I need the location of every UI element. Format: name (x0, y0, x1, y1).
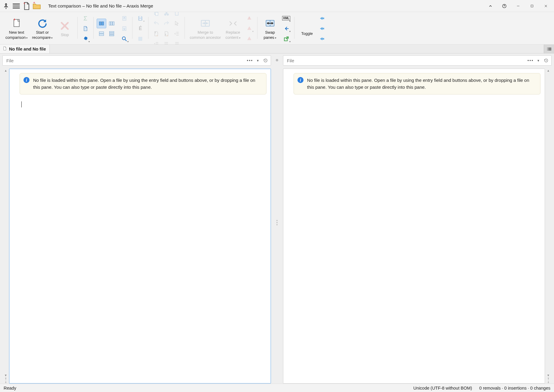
jump-bottom-icon[interactable]: ⤓ (5, 381, 7, 384)
svg-text:+: + (33, 1, 35, 5)
svg-marker-72 (320, 37, 322, 40)
file-warn-down-icon[interactable]: ↓ (162, 29, 171, 39)
e-accent-icon[interactable]: É (135, 24, 145, 33)
document-tab-label: No file and No file (9, 47, 46, 51)
left-file-header: ••• ▼ (2, 55, 271, 66)
paste-icon[interactable] (172, 12, 182, 18)
conflict-move-down-icon[interactable] (244, 34, 254, 44)
new-text-comparison-button[interactable]: + New textcomparison▾ (4, 16, 30, 41)
svg-text:+: + (14, 18, 16, 22)
minimize-button[interactable] (511, 0, 525, 12)
right-file-input[interactable] (286, 58, 526, 63)
left-info-banner: i No file is loaded within this pane. Op… (20, 73, 266, 94)
left-history-icon[interactable] (262, 56, 269, 65)
svg-rect-21 (99, 32, 104, 33)
conflict-move-up-icon[interactable]: ! (244, 14, 254, 23)
maximize-button[interactable] (525, 0, 539, 12)
toggle-button[interactable]: Toggle (297, 19, 317, 37)
replace-content-label: Replacecontent (226, 30, 240, 39)
left-editor[interactable]: i No file is loaded within this pane. Op… (9, 69, 271, 384)
jump-back-icon[interactable] (282, 24, 291, 33)
search-icon[interactable] (120, 34, 129, 44)
left-gutter: ▲ ▼ ⤒ ⤓ (2, 69, 9, 384)
tag-down-icon[interactable] (317, 24, 327, 33)
start-recompare-label: Start orrecompare (32, 30, 51, 39)
text-caret (21, 101, 22, 107)
new-folder-icon[interactable]: + (32, 1, 42, 11)
panel-toggle-icon[interactable] (544, 45, 554, 53)
svg-marker-62 (247, 36, 251, 40)
indent-icon[interactable] (151, 39, 161, 45)
svg-rect-57 (201, 20, 210, 26)
link-point-icon (276, 59, 278, 61)
svg-rect-8 (531, 5, 533, 7)
scroll-down-icon[interactable]: ▼ (547, 374, 550, 377)
hamburger-menu-icon[interactable] (11, 1, 21, 11)
right-history-icon[interactable] (543, 56, 549, 65)
save-icon[interactable] (135, 14, 145, 23)
gear-icon[interactable] (81, 34, 90, 44)
selection-block-icon[interactable] (135, 34, 145, 44)
close-button[interactable] (539, 0, 553, 12)
scroll-down-icon[interactable]: ▼ (4, 374, 7, 377)
svg-rect-71 (322, 28, 324, 29)
help-icon[interactable] (497, 0, 511, 12)
right-file-header: ••• ▼ (283, 55, 552, 66)
layout-horizontal-three-icon[interactable] (107, 29, 117, 39)
scroll-up-icon[interactable]: ▲ (547, 69, 550, 72)
conflict-insert-icon[interactable] (244, 24, 254, 33)
info-icon: i (23, 77, 30, 83)
scroll-up-icon[interactable]: ▲ (4, 69, 7, 72)
cursor-icon[interactable] (172, 19, 182, 28)
document-tab-strip: No file and No file (0, 45, 554, 54)
layout-horizontal-two-icon[interactable] (97, 29, 106, 39)
document-tab[interactable]: No file and No file (0, 45, 50, 53)
tag-up-icon[interactable] (317, 14, 327, 23)
list-right-icon[interactable] (172, 39, 182, 45)
outdent-icon[interactable] (172, 29, 182, 39)
svg-rect-24 (110, 33, 114, 34)
layout-two-pane-icon[interactable] (97, 19, 106, 28)
nav-down-icon[interactable] (120, 24, 129, 33)
svg-rect-75 (547, 48, 548, 50)
svg-text:↓: ↓ (165, 33, 166, 36)
nav-up-icon[interactable] (120, 14, 129, 23)
file-small-icon[interactable] (81, 24, 90, 33)
jump-bottom-icon[interactable]: ⤓ (547, 381, 549, 384)
cut-icon[interactable] (162, 12, 171, 18)
tag-add-icon[interactable] (317, 34, 327, 44)
svg-line-29 (125, 39, 127, 41)
comparison-workspace: ••• ▼ ▲ ▼ ⤒ ⤓ i No file is loaded within… (0, 54, 554, 384)
swap-panes-button[interactable]: Swappanes▾ (260, 16, 280, 41)
sigma-icon[interactable] (81, 14, 90, 23)
redo-icon[interactable] (162, 19, 171, 28)
swap-panes-label: Swappanes (263, 30, 275, 39)
right-more-icon[interactable]: ••• (527, 56, 534, 65)
svg-line-14 (62, 23, 68, 29)
svg-point-6 (504, 7, 504, 7)
undo-icon[interactable] (151, 19, 161, 28)
start-recompare-button[interactable]: Start orrecompare▾ (30, 16, 54, 41)
svg-text:!: ! (249, 16, 249, 19)
xml-icon[interactable]: XML (282, 14, 291, 23)
file-warn-up-icon[interactable]: ↑ (151, 29, 161, 39)
right-dropdown-icon[interactable]: ▼ (535, 56, 542, 65)
status-bar: Ready Unicode (UTF-8 without BOM) 0 remo… (0, 384, 554, 392)
copy-icon[interactable] (151, 12, 161, 18)
svg-rect-26 (123, 16, 126, 20)
new-file-icon[interactable]: + (22, 1, 31, 11)
svg-marker-43 (167, 35, 168, 36)
list-left-icon[interactable] (162, 39, 171, 45)
left-more-icon[interactable]: ••• (247, 56, 253, 65)
layout-three-pane-icon[interactable] (107, 19, 117, 28)
svg-line-13 (62, 23, 68, 29)
replace-content-button: Replacecontent▾ (223, 16, 243, 41)
left-file-input[interactable] (6, 58, 245, 63)
right-editor[interactable]: i No file is loaded within this pane. Op… (283, 69, 545, 384)
file-icon (2, 46, 7, 52)
svg-rect-73 (322, 38, 324, 39)
pane-splitter[interactable] (271, 54, 283, 384)
left-dropdown-icon[interactable]: ▼ (254, 56, 261, 65)
collapse-ribbon-icon[interactable] (484, 0, 497, 12)
open-external-icon[interactable] (282, 34, 291, 44)
